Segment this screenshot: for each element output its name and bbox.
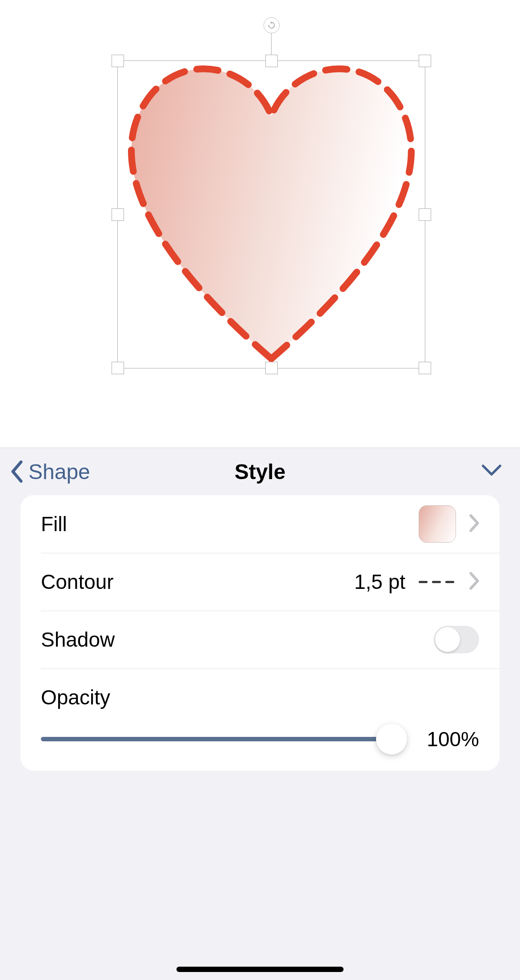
shadow-row: Shadow: [20, 611, 500, 668]
panel-header: Shape Style: [0, 448, 520, 495]
toggle-knob: [435, 627, 460, 652]
collapse-button[interactable]: [481, 463, 502, 480]
contour-label: Contour: [41, 570, 354, 594]
home-indicator[interactable]: [176, 967, 344, 972]
back-button[interactable]: Shape: [10, 460, 90, 484]
contour-style-preview: [419, 581, 454, 583]
opacity-value: 100%: [421, 727, 479, 751]
chevron-down-icon: [481, 463, 502, 478]
resize-handle-top-right[interactable]: [419, 55, 431, 67]
resize-handle-bottom-right[interactable]: [419, 362, 431, 374]
rotation-handle[interactable]: [264, 17, 280, 33]
panel-title: Style: [235, 460, 286, 484]
chevron-right-icon: [469, 572, 479, 592]
opacity-label: Opacity: [41, 685, 479, 709]
slider-thumb[interactable]: [376, 724, 407, 755]
resize-handle-middle-left[interactable]: [112, 208, 124, 221]
heart-shape[interactable]: [118, 61, 425, 368]
resize-handle-top-left[interactable]: [112, 55, 124, 67]
resize-handle-bottom-left[interactable]: [112, 362, 124, 374]
contour-value: 1,5 pt: [354, 570, 405, 594]
shadow-label: Shadow: [41, 628, 434, 652]
resize-handle-middle-right[interactable]: [419, 208, 431, 221]
chevron-right-icon: [469, 514, 479, 534]
fill-row[interactable]: Fill: [20, 495, 500, 553]
shape-selection-box[interactable]: [117, 60, 425, 368]
fill-label: Fill: [41, 512, 419, 536]
contour-row[interactable]: Contour 1,5 pt: [20, 553, 500, 611]
resize-handle-bottom-center[interactable]: [265, 362, 278, 374]
shadow-toggle[interactable]: [434, 626, 479, 653]
fill-swatch: [419, 505, 456, 543]
opacity-row: Opacity 100%: [20, 668, 500, 771]
chevron-left-icon: [10, 460, 25, 483]
style-card: Fill Contour 1,5 pt Shadow Opacity 100%: [20, 495, 500, 771]
rotate-icon: [267, 20, 276, 30]
resize-handle-top-center[interactable]: [265, 55, 278, 67]
canvas-area[interactable]: [0, 0, 520, 448]
back-label: Shape: [28, 460, 90, 484]
opacity-slider[interactable]: [41, 737, 395, 741]
